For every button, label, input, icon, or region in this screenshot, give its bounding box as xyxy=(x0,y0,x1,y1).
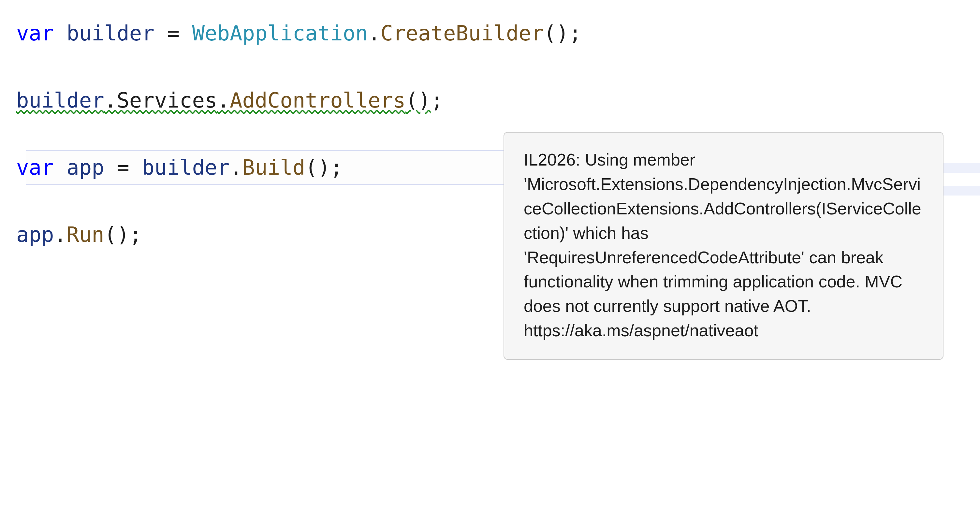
method-addcontrollers: AddControllers xyxy=(230,90,406,111)
method-build: Build xyxy=(242,157,305,178)
warning-tooltip: IL2026: Using member 'Microsoft.Extensio… xyxy=(504,132,943,360)
property-services: Services xyxy=(117,90,217,111)
parens: () xyxy=(406,90,431,111)
operator-equals: = xyxy=(167,23,180,44)
space xyxy=(180,23,192,44)
identifier-builder: builder xyxy=(67,23,154,44)
operator-dot: . xyxy=(54,224,67,245)
code-line[interactable]: var builder = WebApplication.CreateBuild… xyxy=(16,16,980,50)
keyword-var: var xyxy=(16,157,54,178)
operator-dot: . xyxy=(230,157,242,178)
space xyxy=(154,23,167,44)
operator-dot: . xyxy=(217,90,230,111)
code-line-blank[interactable] xyxy=(16,50,980,83)
method-createbuilder: CreateBuilder xyxy=(380,23,544,44)
keyword-var: var xyxy=(16,23,54,44)
identifier-builder: builder xyxy=(142,157,230,178)
parens-semicolon: (); xyxy=(305,157,343,178)
space xyxy=(54,23,67,44)
identifier-builder: builder xyxy=(16,90,104,111)
warning-tooltip-text: IL2026: Using member 'Microsoft.Extensio… xyxy=(524,150,921,340)
space xyxy=(129,157,142,178)
method-run: Run xyxy=(67,224,104,245)
space xyxy=(54,157,67,178)
parens-semicolon: (); xyxy=(104,224,142,245)
identifier-app: app xyxy=(67,157,104,178)
space xyxy=(104,157,117,178)
operator-equals: = xyxy=(117,157,129,178)
operator-dot: . xyxy=(368,23,381,44)
identifier-app: app xyxy=(16,224,54,245)
code-line[interactable]: builder.Services.AddControllers(); xyxy=(16,83,980,117)
semicolon: ; xyxy=(431,90,444,111)
operator-dot: . xyxy=(104,90,117,111)
type-webapplication: WebApplication xyxy=(192,23,368,44)
parens-semicolon: (); xyxy=(544,23,581,44)
